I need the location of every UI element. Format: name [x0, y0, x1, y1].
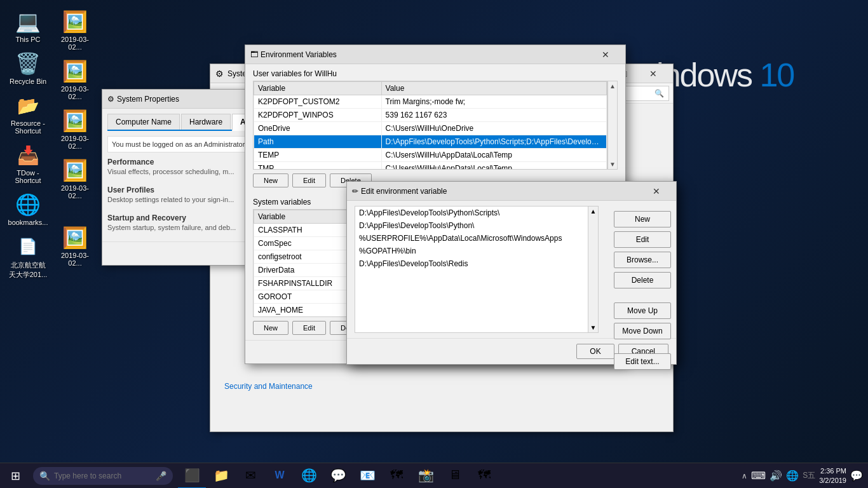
edit-env-scrollbar[interactable]: ▲ ▼	[588, 207, 598, 332]
taskbar-tray: ∧ ⌨ 🔊 🌐 S五 2:36 PM 3/2/2019 💬	[742, 466, 868, 485]
variable-col-header: Variable	[254, 82, 382, 95]
keyboard-icon[interactable]: ⌨	[751, 470, 766, 482]
mail-button[interactable]: ✉	[236, 463, 264, 489]
edit-env-list-container: D:\AppFiles\DevelopTools\Python\Scripts\…	[355, 206, 599, 333]
notification-icon[interactable]: 💬	[850, 470, 863, 482]
file4-icon[interactable]: 🖼️ 2019-03-02...	[52, 155, 98, 202]
sys-edit-button[interactable]: Edit	[292, 321, 326, 335]
user-var-row-path[interactable]: Path D:\AppFiles\DevelopTools\Python\Scr…	[254, 135, 607, 149]
path-item-2[interactable]: D:\AppFiles\DevelopTools\Python\	[355, 219, 588, 232]
user-new-button[interactable]: New	[253, 173, 288, 187]
user-edit-button[interactable]: Edit	[292, 173, 326, 187]
taskbar: ⊞ 🔍 🎤 ⬛ 📁 ✉ W 🌐 💬 📧 🗺 📸 🖥 🗺 ∧ ⌨ 🔊 🌐 S五	[0, 463, 868, 488]
user-var-row[interactable]: K2PDFOPT_CUSTOM2 Trim Margins;-mode fw;	[254, 95, 607, 109]
edit-env-close[interactable]: ✕	[642, 182, 671, 201]
env-titlebar[interactable]: 🗔 Environment Variables ✕	[245, 45, 625, 64]
path-item-4[interactable]: %GOPATH%\bin	[355, 245, 588, 257]
file2-icon[interactable]: 🖼️ 2019-03-02...	[52, 56, 98, 103]
photos-button[interactable]: 📸	[412, 463, 440, 489]
tab-computer-name[interactable]: Computer Name	[107, 114, 180, 130]
tab-hardware[interactable]: Hardware	[181, 114, 231, 130]
map-button[interactable]: 🗺	[383, 463, 410, 489]
input-method-icon[interactable]: S五	[803, 470, 815, 481]
user-vars-table: Variable Value K2PDFOPT_CUSTOM2 Trim Mar…	[254, 81, 607, 170]
edit-env-right-buttons: New Edit Browse... Delete Move Up Move D…	[614, 211, 671, 370]
delete-path-button[interactable]: Delete	[614, 272, 671, 288]
taskbar-apps: ⬛ 📁 ✉ W 🌐 💬 📧 🗺 📸 🖥 🗺	[178, 463, 498, 489]
terminal-button[interactable]: 🖥	[441, 463, 469, 489]
scroll-down[interactable]: ▼	[609, 161, 616, 168]
bookmarks-icon[interactable]: 🌐 bookmarks...	[5, 189, 51, 229]
user-var-row[interactable]: K2PDFOPT_WINPOS 539 162 1167 623	[254, 109, 607, 122]
file5-icon[interactable]: 🖼️ 2019-03-02...	[52, 222, 98, 269]
new-path-button[interactable]: New	[614, 211, 671, 227]
path-item-3[interactable]: %USERPROFILE%\AppData\Local\Microsoft\Wi…	[355, 232, 588, 245]
edit-env-list: D:\AppFiles\DevelopTools\Python\Scripts\…	[355, 207, 588, 332]
path-item-1[interactable]: D:\AppFiles\DevelopTools\Python\Scripts\	[355, 207, 588, 219]
mic-icon[interactable]: 🎤	[156, 471, 166, 481]
move-up-button[interactable]: Move Up	[614, 302, 671, 319]
pdf-icon[interactable]: 📄 北京航空航天大学201...	[5, 231, 51, 282]
tdow-shortcut-icon[interactable]: 📥 TDow - Shortcut	[5, 140, 51, 187]
desktop: 💻 This PC 🗑️ Recycle Bin 📂 Resource - Sh…	[0, 0, 868, 488]
email-button[interactable]: 📧	[353, 463, 381, 489]
edit-path-button[interactable]: Edit	[614, 231, 671, 248]
edit-env-ok[interactable]: OK	[576, 344, 614, 359]
taskview-button[interactable]: ⬛	[178, 463, 206, 489]
search-icon: 🔍	[39, 471, 50, 481]
speaker-icon[interactable]: 🔊	[770, 470, 782, 482]
network-icon[interactable]: 🌐	[786, 470, 799, 482]
user-var-row[interactable]: TMP C:\Users\WillHu\AppData\Local\Temp	[254, 162, 607, 170]
word-button[interactable]: W	[266, 463, 294, 489]
scroll-up[interactable]: ▲	[609, 83, 616, 90]
env-close[interactable]: ✕	[591, 45, 620, 64]
tray-expand[interactable]: ∧	[742, 471, 747, 480]
wechat-button[interactable]: 💬	[324, 463, 352, 489]
list-scroll-down[interactable]: ▼	[590, 324, 597, 331]
env-title: Environment Variables	[261, 50, 591, 59]
start-button[interactable]: ⊞	[0, 463, 31, 489]
taskbar-search-input[interactable]	[54, 471, 153, 480]
edit-text-button[interactable]: Edit text...	[614, 353, 671, 370]
edit-env-title: Edit environment variable	[361, 187, 642, 196]
user-vars-section: User variables for WillHu Variable Value	[245, 64, 625, 193]
file1-icon[interactable]: 🖼️ 2019-03-02...	[52, 6, 98, 53]
browse-button[interactable]: Browse...	[614, 252, 671, 268]
user-var-row[interactable]: OneDrive C:\Users\WillHu\OneDrive	[254, 122, 607, 135]
taskbar-search[interactable]: 🔍 🎤	[33, 467, 173, 485]
value-col-header: Value	[381, 82, 606, 95]
resource-shortcut-icon[interactable]: 📂 Resource - Shortcut	[5, 90, 51, 137]
close-button[interactable]: ✕	[639, 64, 668, 83]
taskbar-clock[interactable]: 2:36 PM 3/2/2019	[819, 466, 846, 485]
edit-env-dialog: ✏ Edit environment variable ✕ D:\AppFile…	[346, 181, 677, 365]
list-scroll-up[interactable]: ▲	[590, 208, 597, 215]
edit-env-titlebar[interactable]: ✏ Edit environment variable ✕	[347, 182, 676, 201]
explorer-button[interactable]: 📁	[207, 463, 235, 489]
translate-button[interactable]: 🗺	[470, 463, 498, 489]
file3-icon[interactable]: 🖼️ 2019-03-02...	[52, 105, 98, 152]
chrome-button[interactable]: 🌐	[295, 463, 323, 489]
path-item-5[interactable]: D:\AppFiles\DevelopTools\Redis	[355, 257, 588, 270]
user-var-row[interactable]: TEMP C:\Users\WillHu\AppData\Local\Temp	[254, 149, 607, 162]
sys-new-button[interactable]: New	[253, 321, 288, 335]
move-down-button[interactable]: Move Down	[614, 323, 671, 339]
security-maintenance-link[interactable]: Security and Maintenance	[217, 377, 667, 396]
this-pc-icon[interactable]: 💻 This PC	[5, 6, 51, 46]
recycle-bin-icon[interactable]: 🗑️ Recycle Bin	[5, 48, 51, 88]
